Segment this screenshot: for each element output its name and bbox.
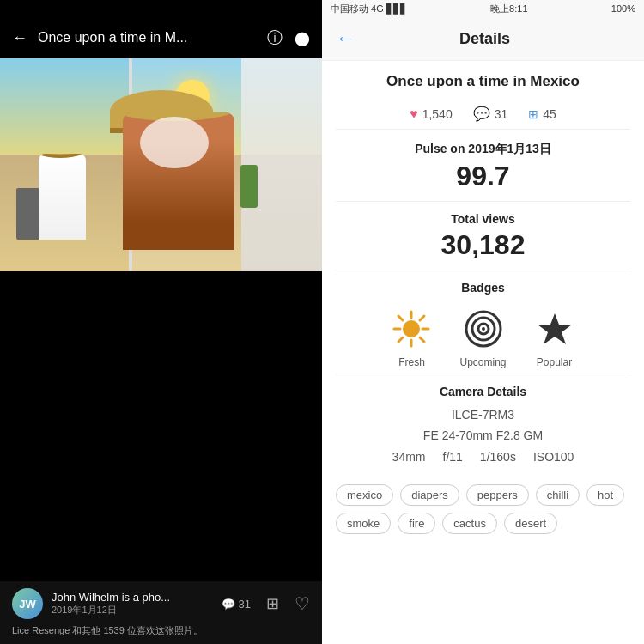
status-bar-right: 中国移动 4G ▋▋▋ 晚上8:11 100% xyxy=(322,0,644,17)
comment-number: 31 xyxy=(239,598,251,611)
svg-point-12 xyxy=(482,327,485,331)
tag-desert[interactable]: desert xyxy=(504,513,557,534)
add-icon[interactable]: ⊞ xyxy=(266,594,279,613)
comment-stat-icon: 💬 xyxy=(473,106,490,122)
tag-diapers[interactable]: diapers xyxy=(400,484,459,506)
tag-fire[interactable]: fire xyxy=(398,513,435,534)
tag-chilli[interactable]: chilli xyxy=(536,484,580,506)
right-panel: 中国移动 4G ▋▋▋ 晚上8:11 100% ← Details Once u… xyxy=(322,0,644,644)
aperture: f/11 xyxy=(443,450,463,464)
heart-stat-icon: ♥ xyxy=(410,106,418,122)
svg-point-0 xyxy=(403,320,420,337)
camera-lens: FE 24-70mm F2.8 GM xyxy=(336,426,630,447)
tag-smoke[interactable]: smoke xyxy=(336,513,391,534)
tags-section: mexico diapers peppers chilli hot smoke … xyxy=(322,472,644,548)
back-icon[interactable]: ← xyxy=(12,29,27,47)
badge-popular: Popular xyxy=(532,307,577,368)
stats-row: ♥ 1,540 💬 31 ⊞ 45 xyxy=(322,99,644,129)
right-header: ← Details xyxy=(322,17,644,61)
svg-line-7 xyxy=(420,316,424,320)
photo-title: Once upon a time in Mexico xyxy=(322,61,644,99)
comments-count: 31 xyxy=(495,107,508,121)
comment-icon: 💬 xyxy=(222,598,235,611)
user-name: John Wilhelm is a pho... xyxy=(52,591,213,604)
popular-label: Popular xyxy=(537,356,572,368)
popular-icon xyxy=(532,307,577,351)
black-gap xyxy=(0,271,322,426)
svg-marker-13 xyxy=(538,313,572,344)
tag-hot[interactable]: hot xyxy=(586,484,624,506)
likes-row: Lice Resenge 和其他 1539 位喜欢这张照片。 xyxy=(12,624,310,637)
upcoming-icon xyxy=(461,307,506,351)
share-icon[interactable]: ⬤ xyxy=(295,30,310,46)
likes-stat: ♥ 1,540 xyxy=(410,106,453,122)
avatar: JW xyxy=(12,588,43,619)
info-icon[interactable]: ⓘ xyxy=(267,27,283,48)
likes-count: 1,540 xyxy=(422,107,453,121)
camera-specs: 34mm f/11 1/160s ISO100 xyxy=(336,447,630,467)
svg-line-6 xyxy=(420,337,424,342)
camera-section: Camera Details ILCE-7RM3 FE 24-70mm F2.8… xyxy=(322,374,644,472)
badge-upcoming: Upcoming xyxy=(459,307,506,368)
comment-count[interactable]: 💬 31 xyxy=(222,598,251,611)
shutter-speed: 1/160s xyxy=(480,450,516,464)
badges-row: Fresh Upcoming Popular xyxy=(322,295,644,374)
post-date: 2019年1月12日 xyxy=(52,604,213,617)
left-footer: JW John Wilhelm is a pho... 2019年1月12日 💬… xyxy=(0,581,322,644)
views-value: 30,182 xyxy=(322,226,644,270)
upcoming-label: Upcoming xyxy=(459,356,506,368)
divider-2 xyxy=(336,201,630,202)
left-photo-title: Once upon a time in M... xyxy=(38,30,257,46)
tag-mexico[interactable]: mexico xyxy=(336,484,393,506)
views-label: Total views xyxy=(322,212,644,226)
divider-1 xyxy=(336,129,630,130)
header-icons: ⓘ ⬤ xyxy=(267,27,310,48)
footer-actions: 💬 31 ⊞ ♡ xyxy=(222,593,310,614)
left-header: ← Once upon a time in M... ⓘ ⬤ xyxy=(0,17,322,58)
left-panel: ← Once upon a time in M... ⓘ ⬤ xyxy=(0,0,322,644)
photo-area xyxy=(0,58,322,271)
focal-length: 34mm xyxy=(392,450,426,464)
fresh-icon xyxy=(389,307,434,351)
svg-line-5 xyxy=(398,316,403,320)
details-back-btn[interactable]: ← xyxy=(336,27,355,50)
camera-label: Camera Details xyxy=(336,385,630,398)
status-bar-left xyxy=(0,0,322,17)
camera-model: ILCE-7RM3 xyxy=(336,405,630,426)
pulse-value: 99.7 xyxy=(322,157,644,201)
collections-count: 45 xyxy=(543,107,556,121)
pulse-label: Pulse on 2019年1月13日 xyxy=(322,142,644,157)
carrier-signal: 中国移动 4G ▋▋▋ xyxy=(331,3,407,15)
collections-stat: ⊞ 45 xyxy=(528,107,556,121)
divider-3 xyxy=(336,270,630,270)
badge-fresh: Fresh xyxy=(389,307,434,368)
iso: ISO100 xyxy=(533,450,574,464)
collection-stat-icon: ⊞ xyxy=(528,107,538,121)
tag-peppers[interactable]: peppers xyxy=(466,484,529,506)
fresh-label: Fresh xyxy=(398,356,425,368)
tag-cactus[interactable]: cactus xyxy=(442,513,497,534)
comments-stat: 💬 31 xyxy=(473,106,508,122)
user-info: John Wilhelm is a pho... 2019年1月12日 xyxy=(52,591,213,617)
user-row: JW John Wilhelm is a pho... 2019年1月12日 💬… xyxy=(12,588,310,619)
time: 晚上8:11 xyxy=(490,3,527,15)
svg-line-8 xyxy=(398,337,403,342)
badges-label: Badges xyxy=(322,281,644,295)
battery: 100% xyxy=(611,3,635,14)
heart-icon[interactable]: ♡ xyxy=(295,593,310,614)
details-title: Details xyxy=(365,30,605,48)
